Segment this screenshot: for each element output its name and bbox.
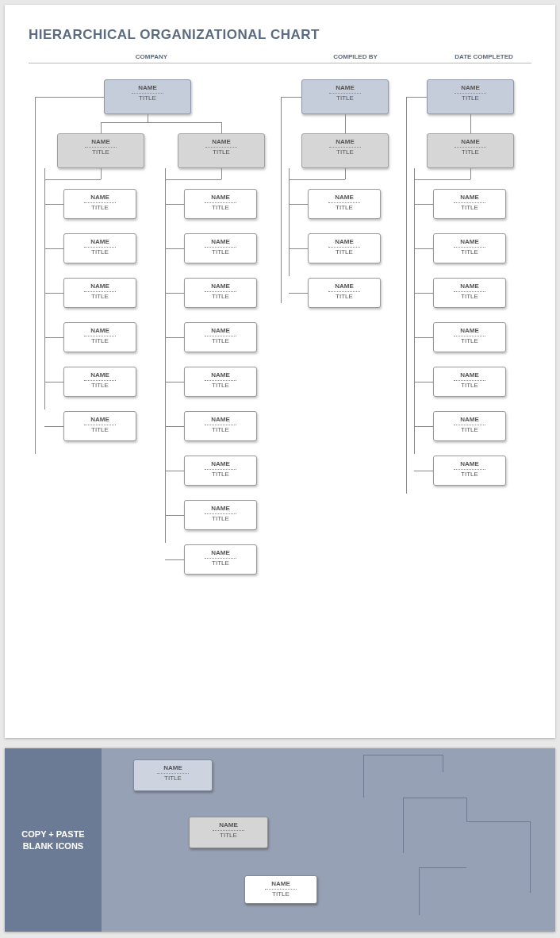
page-1: HIERARCHICAL ORGANIZATIONAL CHART COMPAN…	[5, 5, 555, 738]
sample-connector	[466, 821, 530, 822]
node-name: NAME	[309, 279, 380, 290]
node-title: TITLE	[309, 248, 380, 256]
node-divider	[205, 336, 236, 336]
connector	[165, 382, 184, 383]
tree3-leaf-7[interactable]: NAMETITLE	[433, 456, 506, 486]
node-title: TITLE	[64, 426, 136, 433]
sample-connector	[363, 755, 443, 755]
tree1-l2-b[interactable]: NAMETITLE	[178, 133, 265, 168]
node-divider	[205, 425, 236, 425]
node-name: NAME	[190, 817, 267, 828]
node-title: TITLE	[434, 204, 505, 211]
tree1-l2-a[interactable]: NAMETITLE	[57, 133, 144, 168]
tree1-b-leaf-2[interactable]: NAMETITLE	[184, 233, 257, 263]
connector	[470, 168, 471, 179]
node-divider	[329, 93, 361, 94]
sample-node-level2[interactable]: NAME TITLE	[189, 817, 268, 848]
sample-node-level1[interactable]: NAME TITLE	[133, 759, 213, 791]
tree3-leaf-2[interactable]: NAMETITLE	[433, 233, 506, 263]
node-divider	[329, 147, 361, 148]
node-name: NAME	[185, 545, 256, 556]
tree1-a-leaf-3[interactable]: NAMETITLE	[63, 278, 136, 308]
tree3-l2[interactable]: NAMETITLE	[427, 133, 514, 168]
node-name: NAME	[302, 80, 388, 91]
node-name: NAME	[64, 279, 136, 290]
node-divider	[84, 336, 116, 336]
connector	[414, 204, 433, 205]
tree3-leaf-3[interactable]: NAMETITLE	[433, 278, 506, 308]
connector	[414, 293, 433, 294]
node-name: NAME	[64, 367, 136, 379]
node-name: NAME	[64, 323, 136, 334]
tree2-root[interactable]: NAMETITLE	[301, 79, 389, 114]
tree3-leaf-1[interactable]: NAMETITLE	[433, 189, 506, 219]
connector	[289, 293, 308, 294]
connector	[44, 179, 101, 180]
tree1-b-leaf-4[interactable]: NAMETITLE	[184, 322, 257, 352]
node-divider	[205, 380, 236, 381]
tree3-leaf-4[interactable]: NAMETITLE	[433, 322, 506, 352]
tree2-l2[interactable]: NAMETITLE	[301, 133, 389, 168]
page-title: HIERARCHICAL ORGANIZATIONAL CHART	[29, 27, 531, 43]
node-name: NAME	[64, 412, 136, 423]
node-name: NAME	[185, 234, 256, 245]
node-name: NAME	[185, 412, 256, 423]
node-name: NAME	[185, 190, 256, 201]
node-title: TITLE	[64, 382, 136, 389]
clipboard-label: COPY + PASTE BLANK ICONS	[5, 748, 102, 932]
clipboard-panel: NAME TITLE NAME TITLE NAME TITLE	[102, 748, 555, 932]
connector	[101, 122, 221, 123]
tree1-b-leaf-5[interactable]: NAMETITLE	[184, 367, 257, 397]
node-title: TITLE	[178, 148, 264, 156]
node-title: TITLE	[434, 248, 505, 256]
tree1-a-leaf-1[interactable]: NAMETITLE	[63, 189, 136, 219]
tree1-a-leaf-6[interactable]: NAMETITLE	[63, 411, 136, 441]
tree2-leaf-3[interactable]: NAMETITLE	[308, 278, 381, 308]
node-divider	[265, 889, 297, 890]
connector	[345, 114, 346, 133]
tree1-root[interactable]: NAMETITLE	[104, 79, 191, 114]
node-divider	[85, 147, 117, 148]
tree1-b-leaf-8[interactable]: NAMETITLE	[184, 500, 257, 530]
tree2-leaf-2[interactable]: NAMETITLE	[308, 233, 381, 263]
tree1-b-leaf-6[interactable]: NAMETITLE	[184, 411, 257, 441]
connector	[165, 204, 184, 205]
node-name: NAME	[185, 323, 256, 334]
tree1-a-leaf-2[interactable]: NAMETITLE	[63, 233, 136, 263]
connector	[289, 248, 308, 249]
node-name: NAME	[58, 134, 144, 145]
tree3-leaf-5[interactable]: NAMETITLE	[433, 367, 506, 397]
connector	[165, 559, 184, 560]
node-title: TITLE	[185, 293, 256, 300]
connector	[221, 122, 222, 133]
connector	[289, 168, 290, 276]
node-name: NAME	[434, 456, 505, 467]
node-name: NAME	[178, 134, 264, 145]
org-chart-area: NAMETITLENAMETITLENAMETITLENAMETITLENAME…	[29, 75, 531, 709]
sample-node-level3[interactable]: NAME TITLE	[244, 875, 317, 904]
tree3-root[interactable]: NAMETITLE	[427, 79, 514, 114]
tree1-b-leaf-3[interactable]: NAMETITLE	[184, 278, 257, 308]
tree1-b-leaf-1[interactable]: NAMETITLE	[184, 189, 257, 219]
tree2-leaf-1[interactable]: NAMETITLE	[308, 189, 381, 219]
node-name: NAME	[105, 80, 190, 91]
tree1-b-leaf-9[interactable]: NAMETITLE	[184, 544, 257, 575]
connector	[165, 471, 184, 471]
tree1-a-leaf-4[interactable]: NAMETITLE	[63, 322, 136, 352]
connector	[414, 337, 433, 338]
tree1-a-leaf-5[interactable]: NAMETITLE	[63, 367, 136, 397]
node-divider	[454, 425, 485, 425]
node-divider	[205, 513, 236, 514]
node-title: TITLE	[185, 426, 256, 433]
node-name: NAME	[185, 456, 256, 467]
node-divider	[132, 93, 163, 94]
node-name: NAME	[434, 234, 505, 245]
node-name: NAME	[185, 501, 256, 512]
tree1-b-leaf-7[interactable]: NAMETITLE	[184, 456, 257, 486]
node-title: TITLE	[185, 337, 256, 344]
node-name: NAME	[64, 190, 136, 201]
tree3-leaf-6[interactable]: NAMETITLE	[433, 411, 506, 441]
node-divider	[84, 380, 116, 381]
node-divider	[84, 425, 116, 425]
connector	[281, 97, 282, 303]
